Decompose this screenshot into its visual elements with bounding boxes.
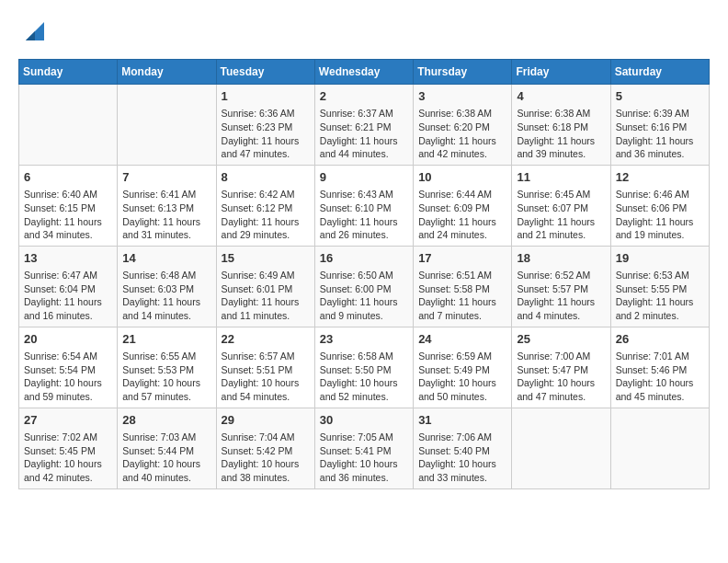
calendar-day-cell [512, 408, 610, 488]
day-info: Sunrise: 6:59 AMSunset: 5:49 PMDaylight:… [418, 350, 506, 404]
day-of-week-header: Tuesday [216, 60, 314, 85]
day-of-week-header: Sunday [19, 60, 118, 85]
calendar-week-row: 6Sunrise: 6:40 AMSunset: 6:15 PMDaylight… [19, 165, 710, 246]
calendar-week-row: 27Sunrise: 7:02 AMSunset: 5:45 PMDayligh… [19, 408, 710, 488]
day-info: Sunrise: 6:40 AMSunset: 6:15 PMDaylight:… [24, 188, 112, 242]
day-number: 20 [24, 331, 112, 348]
day-number: 22 [222, 331, 310, 348]
day-info: Sunrise: 6:38 AMSunset: 6:18 PMDaylight:… [517, 107, 605, 161]
day-info: Sunrise: 6:43 AMSunset: 6:10 PMDaylight:… [320, 188, 408, 242]
calendar-day-cell: 23Sunrise: 6:58 AMSunset: 5:50 PMDayligh… [314, 327, 413, 408]
day-info: Sunrise: 6:38 AMSunset: 6:20 PMDaylight:… [418, 107, 506, 161]
day-number: 19 [616, 250, 704, 267]
day-number: 23 [320, 331, 408, 348]
calendar-day-cell: 20Sunrise: 6:54 AMSunset: 5:54 PMDayligh… [19, 327, 118, 408]
calendar-day-cell [118, 85, 216, 166]
day-info: Sunrise: 6:50 AMSunset: 6:00 PMDaylight:… [320, 269, 408, 323]
day-number: 30 [320, 412, 408, 429]
day-number: 15 [222, 250, 310, 267]
day-number: 8 [222, 169, 310, 186]
calendar-day-cell: 8Sunrise: 6:42 AMSunset: 6:12 PMDaylight… [216, 165, 314, 246]
day-number: 24 [418, 331, 506, 348]
calendar-week-row: 20Sunrise: 6:54 AMSunset: 5:54 PMDayligh… [19, 327, 710, 408]
day-number: 12 [616, 169, 704, 186]
day-of-week-header: Wednesday [314, 60, 413, 85]
day-info: Sunrise: 6:37 AMSunset: 6:21 PMDaylight:… [320, 107, 408, 161]
day-info: Sunrise: 6:41 AMSunset: 6:13 PMDaylight:… [122, 188, 210, 242]
day-number: 1 [222, 88, 310, 105]
day-of-week-header: Thursday [414, 60, 512, 85]
day-number: 27 [24, 412, 112, 429]
day-info: Sunrise: 6:47 AMSunset: 6:04 PMDaylight:… [24, 269, 112, 323]
day-info: Sunrise: 6:57 AMSunset: 5:51 PMDaylight:… [222, 350, 310, 404]
calendar-day-cell: 9Sunrise: 6:43 AMSunset: 6:10 PMDaylight… [314, 165, 413, 246]
calendar-day-cell: 5Sunrise: 6:39 AMSunset: 6:16 PMDaylight… [610, 85, 709, 166]
page-header [18, 18, 710, 44]
calendar-day-cell: 24Sunrise: 6:59 AMSunset: 5:49 PMDayligh… [414, 327, 512, 408]
calendar-day-cell: 14Sunrise: 6:48 AMSunset: 6:03 PMDayligh… [118, 246, 216, 327]
calendar-header: SundayMondayTuesdayWednesdayThursdayFrid… [19, 60, 710, 85]
calendar-day-cell: 16Sunrise: 6:50 AMSunset: 6:00 PMDayligh… [314, 246, 413, 327]
day-number: 2 [320, 88, 408, 105]
day-number: 7 [122, 169, 210, 186]
calendar-body: 1Sunrise: 6:36 AMSunset: 6:23 PMDaylight… [19, 85, 710, 489]
day-info: Sunrise: 6:39 AMSunset: 6:16 PMDaylight:… [616, 107, 704, 161]
day-number: 28 [122, 412, 210, 429]
day-info: Sunrise: 6:42 AMSunset: 6:12 PMDaylight:… [222, 188, 310, 242]
day-info: Sunrise: 7:02 AMSunset: 5:45 PMDaylight:… [24, 431, 112, 485]
day-info: Sunrise: 6:46 AMSunset: 6:06 PMDaylight:… [616, 188, 704, 242]
day-info: Sunrise: 6:36 AMSunset: 6:23 PMDaylight:… [222, 107, 310, 161]
day-info: Sunrise: 7:00 AMSunset: 5:47 PMDaylight:… [517, 350, 605, 404]
day-info: Sunrise: 6:54 AMSunset: 5:54 PMDaylight:… [24, 350, 112, 404]
day-number: 17 [418, 250, 506, 267]
calendar-day-cell: 3Sunrise: 6:38 AMSunset: 6:20 PMDaylight… [414, 85, 512, 166]
logo-icon [22, 18, 48, 44]
calendar-day-cell: 7Sunrise: 6:41 AMSunset: 6:13 PMDaylight… [118, 165, 216, 246]
calendar-day-cell: 17Sunrise: 6:51 AMSunset: 5:58 PMDayligh… [414, 246, 512, 327]
day-number: 25 [517, 331, 605, 348]
calendar-day-cell: 4Sunrise: 6:38 AMSunset: 6:18 PMDaylight… [512, 85, 610, 166]
calendar-day-cell: 15Sunrise: 6:49 AMSunset: 6:01 PMDayligh… [216, 246, 314, 327]
day-number: 21 [122, 331, 210, 348]
calendar-day-cell: 2Sunrise: 6:37 AMSunset: 6:21 PMDaylight… [314, 85, 413, 166]
calendar-day-cell: 6Sunrise: 6:40 AMSunset: 6:15 PMDaylight… [19, 165, 118, 246]
day-number: 10 [418, 169, 506, 186]
day-info: Sunrise: 6:55 AMSunset: 5:53 PMDaylight:… [122, 350, 210, 404]
calendar-day-cell: 13Sunrise: 6:47 AMSunset: 6:04 PMDayligh… [19, 246, 118, 327]
calendar-day-cell: 12Sunrise: 6:46 AMSunset: 6:06 PMDayligh… [610, 165, 709, 246]
calendar-day-cell: 11Sunrise: 6:45 AMSunset: 6:07 PMDayligh… [512, 165, 610, 246]
day-info: Sunrise: 7:06 AMSunset: 5:40 PMDaylight:… [418, 431, 506, 485]
day-number: 29 [222, 412, 310, 429]
day-info: Sunrise: 6:44 AMSunset: 6:09 PMDaylight:… [418, 188, 506, 242]
calendar-week-row: 1Sunrise: 6:36 AMSunset: 6:23 PMDaylight… [19, 85, 710, 166]
day-number: 3 [418, 88, 506, 105]
day-of-week-header: Friday [512, 60, 610, 85]
day-info: Sunrise: 6:51 AMSunset: 5:58 PMDaylight:… [418, 269, 506, 323]
logo [18, 18, 48, 44]
day-of-week-header: Monday [118, 60, 216, 85]
calendar-day-cell: 27Sunrise: 7:02 AMSunset: 5:45 PMDayligh… [19, 408, 118, 488]
day-number: 13 [24, 250, 112, 267]
calendar-week-row: 13Sunrise: 6:47 AMSunset: 6:04 PMDayligh… [19, 246, 710, 327]
day-info: Sunrise: 6:52 AMSunset: 5:57 PMDaylight:… [517, 269, 605, 323]
calendar-day-cell: 25Sunrise: 7:00 AMSunset: 5:47 PMDayligh… [512, 327, 610, 408]
calendar-day-cell: 31Sunrise: 7:06 AMSunset: 5:40 PMDayligh… [414, 408, 512, 488]
calendar-day-cell: 30Sunrise: 7:05 AMSunset: 5:41 PMDayligh… [314, 408, 413, 488]
day-info: Sunrise: 7:05 AMSunset: 5:41 PMDaylight:… [320, 431, 408, 485]
day-number: 4 [517, 88, 605, 105]
day-info: Sunrise: 7:04 AMSunset: 5:42 PMDaylight:… [222, 431, 310, 485]
calendar-day-cell: 29Sunrise: 7:04 AMSunset: 5:42 PMDayligh… [216, 408, 314, 488]
day-number: 16 [320, 250, 408, 267]
calendar-day-cell: 21Sunrise: 6:55 AMSunset: 5:53 PMDayligh… [118, 327, 216, 408]
day-info: Sunrise: 6:53 AMSunset: 5:55 PMDaylight:… [616, 269, 704, 323]
day-number: 9 [320, 169, 408, 186]
day-number: 6 [24, 169, 112, 186]
calendar-day-cell: 22Sunrise: 6:57 AMSunset: 5:51 PMDayligh… [216, 327, 314, 408]
day-info: Sunrise: 6:58 AMSunset: 5:50 PMDaylight:… [320, 350, 408, 404]
day-info: Sunrise: 6:45 AMSunset: 6:07 PMDaylight:… [517, 188, 605, 242]
day-of-week-header: Saturday [610, 60, 709, 85]
calendar-day-cell [610, 408, 709, 488]
calendar-day-cell: 10Sunrise: 6:44 AMSunset: 6:09 PMDayligh… [414, 165, 512, 246]
day-info: Sunrise: 6:48 AMSunset: 6:03 PMDaylight:… [122, 269, 210, 323]
day-info: Sunrise: 6:49 AMSunset: 6:01 PMDaylight:… [222, 269, 310, 323]
